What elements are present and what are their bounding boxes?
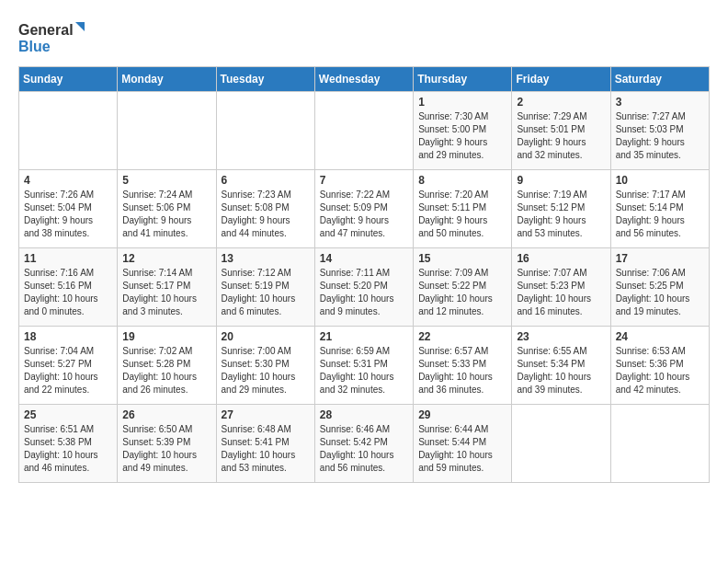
calendar-cell: 29Sunrise: 6:44 AM Sunset: 5:44 PM Dayli… xyxy=(414,405,512,483)
week-row-2: 11Sunrise: 7:16 AM Sunset: 5:16 PM Dayli… xyxy=(19,248,710,327)
day-number: 20 xyxy=(222,330,310,343)
day-info: Sunrise: 7:27 AM Sunset: 5:03 PM Dayligh… xyxy=(616,110,704,162)
day-info: Sunrise: 7:30 AM Sunset: 5:00 PM Dayligh… xyxy=(418,110,506,162)
day-info: Sunrise: 7:22 AM Sunset: 5:09 PM Dayligh… xyxy=(320,189,408,240)
calendar-cell xyxy=(512,405,610,483)
day-info: Sunrise: 7:20 AM Sunset: 5:11 PM Dayligh… xyxy=(418,189,506,240)
day-info: Sunrise: 6:57 AM Sunset: 5:33 PM Dayligh… xyxy=(418,345,506,396)
calendar-cell: 16Sunrise: 7:07 AM Sunset: 5:23 PM Dayli… xyxy=(512,248,610,327)
day-number: 7 xyxy=(320,174,408,187)
calendar-cell: 15Sunrise: 7:09 AM Sunset: 5:22 PM Dayli… xyxy=(414,248,512,327)
svg-text:General: General xyxy=(18,22,74,38)
calendar-cell: 23Sunrise: 6:55 AM Sunset: 5:34 PM Dayli… xyxy=(512,327,610,405)
day-header-thursday: Thursday xyxy=(414,67,512,92)
calendar-cell: 1Sunrise: 7:30 AM Sunset: 5:00 PM Daylig… xyxy=(414,92,512,170)
calendar-cell xyxy=(19,92,118,170)
day-number: 27 xyxy=(222,408,310,421)
day-number: 25 xyxy=(24,408,112,421)
day-number: 14 xyxy=(320,252,408,265)
day-header-saturday: Saturday xyxy=(610,67,709,92)
day-number: 5 xyxy=(122,174,210,187)
day-header-monday: Monday xyxy=(118,67,216,92)
day-info: Sunrise: 6:59 AM Sunset: 5:31 PM Dayligh… xyxy=(320,345,408,396)
week-row-1: 4Sunrise: 7:26 AM Sunset: 5:04 PM Daylig… xyxy=(19,170,710,248)
calendar-cell: 28Sunrise: 6:46 AM Sunset: 5:42 PM Dayli… xyxy=(314,405,413,483)
day-number: 22 xyxy=(418,330,506,343)
day-info: Sunrise: 7:19 AM Sunset: 5:12 PM Dayligh… xyxy=(517,189,605,240)
day-info: Sunrise: 6:48 AM Sunset: 5:41 PM Dayligh… xyxy=(222,423,310,475)
calendar-body: 1Sunrise: 7:30 AM Sunset: 5:00 PM Daylig… xyxy=(19,92,710,483)
day-info: Sunrise: 6:53 AM Sunset: 5:36 PM Dayligh… xyxy=(616,345,704,396)
day-number: 13 xyxy=(222,252,310,265)
calendar-cell: 11Sunrise: 7:16 AM Sunset: 5:16 PM Dayli… xyxy=(19,248,118,327)
day-number: 4 xyxy=(24,174,112,187)
week-row-0: 1Sunrise: 7:30 AM Sunset: 5:00 PM Daylig… xyxy=(19,92,710,170)
svg-marker-2 xyxy=(75,22,85,31)
calendar-cell: 18Sunrise: 7:04 AM Sunset: 5:27 PM Dayli… xyxy=(19,327,118,405)
day-info: Sunrise: 6:50 AM Sunset: 5:39 PM Dayligh… xyxy=(122,423,210,475)
day-info: Sunrise: 7:23 AM Sunset: 5:08 PM Dayligh… xyxy=(222,189,310,240)
calendar-cell: 10Sunrise: 7:17 AM Sunset: 5:14 PM Dayli… xyxy=(610,170,709,248)
day-number: 28 xyxy=(320,408,408,421)
logo: GeneralBlue xyxy=(18,18,92,57)
calendar-cell: 2Sunrise: 7:29 AM Sunset: 5:01 PM Daylig… xyxy=(512,92,610,170)
day-info: Sunrise: 7:07 AM Sunset: 5:23 PM Dayligh… xyxy=(517,267,605,318)
day-info: Sunrise: 7:02 AM Sunset: 5:28 PM Dayligh… xyxy=(122,345,210,396)
day-info: Sunrise: 7:14 AM Sunset: 5:17 PM Dayligh… xyxy=(122,267,210,318)
day-info: Sunrise: 7:17 AM Sunset: 5:14 PM Dayligh… xyxy=(616,189,704,240)
day-number: 11 xyxy=(24,252,112,265)
day-number: 26 xyxy=(122,408,210,421)
day-info: Sunrise: 7:06 AM Sunset: 5:25 PM Dayligh… xyxy=(616,267,704,318)
calendar-cell: 24Sunrise: 6:53 AM Sunset: 5:36 PM Dayli… xyxy=(610,327,709,405)
header-row: SundayMondayTuesdayWednesdayThursdayFrid… xyxy=(19,67,710,92)
day-info: Sunrise: 6:55 AM Sunset: 5:34 PM Dayligh… xyxy=(517,345,605,396)
calendar-cell: 27Sunrise: 6:48 AM Sunset: 5:41 PM Dayli… xyxy=(216,405,314,483)
day-info: Sunrise: 6:44 AM Sunset: 5:44 PM Dayligh… xyxy=(418,423,506,475)
day-info: Sunrise: 7:04 AM Sunset: 5:27 PM Dayligh… xyxy=(24,345,112,396)
day-info: Sunrise: 7:29 AM Sunset: 5:01 PM Dayligh… xyxy=(517,110,605,162)
day-number: 8 xyxy=(418,174,506,187)
calendar-cell xyxy=(118,92,216,170)
day-number: 23 xyxy=(517,330,605,343)
calendar-cell: 7Sunrise: 7:22 AM Sunset: 5:09 PM Daylig… xyxy=(314,170,413,248)
logo-svg: GeneralBlue xyxy=(18,18,92,57)
day-number: 6 xyxy=(222,174,310,187)
day-number: 2 xyxy=(517,96,605,109)
week-row-4: 25Sunrise: 6:51 AM Sunset: 5:38 PM Dayli… xyxy=(19,405,710,483)
calendar-cell: 8Sunrise: 7:20 AM Sunset: 5:11 PM Daylig… xyxy=(414,170,512,248)
day-header-sunday: Sunday xyxy=(19,67,118,92)
calendar-cell: 25Sunrise: 6:51 AM Sunset: 5:38 PM Dayli… xyxy=(19,405,118,483)
calendar-cell: 3Sunrise: 7:27 AM Sunset: 5:03 PM Daylig… xyxy=(610,92,709,170)
day-number: 21 xyxy=(320,330,408,343)
calendar-cell: 13Sunrise: 7:12 AM Sunset: 5:19 PM Dayli… xyxy=(216,248,314,327)
day-number: 24 xyxy=(616,330,704,343)
day-number: 3 xyxy=(616,96,704,109)
calendar-table: SundayMondayTuesdayWednesdayThursdayFrid… xyxy=(18,66,710,483)
day-info: Sunrise: 7:11 AM Sunset: 5:20 PM Dayligh… xyxy=(320,267,408,318)
day-number: 9 xyxy=(517,174,605,187)
day-number: 15 xyxy=(418,252,506,265)
calendar-cell: 26Sunrise: 6:50 AM Sunset: 5:39 PM Dayli… xyxy=(118,405,216,483)
day-info: Sunrise: 6:46 AM Sunset: 5:42 PM Dayligh… xyxy=(320,423,408,475)
calendar-cell: 19Sunrise: 7:02 AM Sunset: 5:28 PM Dayli… xyxy=(118,327,216,405)
day-info: Sunrise: 7:24 AM Sunset: 5:06 PM Dayligh… xyxy=(122,189,210,240)
day-number: 12 xyxy=(122,252,210,265)
calendar-cell: 4Sunrise: 7:26 AM Sunset: 5:04 PM Daylig… xyxy=(19,170,118,248)
calendar-cell: 9Sunrise: 7:19 AM Sunset: 5:12 PM Daylig… xyxy=(512,170,610,248)
calendar-cell xyxy=(610,405,709,483)
day-info: Sunrise: 7:00 AM Sunset: 5:30 PM Dayligh… xyxy=(222,345,310,396)
day-header-tuesday: Tuesday xyxy=(216,67,314,92)
week-row-3: 18Sunrise: 7:04 AM Sunset: 5:27 PM Dayli… xyxy=(19,327,710,405)
svg-text:Blue: Blue xyxy=(18,39,51,54)
calendar-cell: 14Sunrise: 7:11 AM Sunset: 5:20 PM Dayli… xyxy=(314,248,413,327)
day-number: 17 xyxy=(616,252,704,265)
day-number: 16 xyxy=(517,252,605,265)
calendar-cell xyxy=(216,92,314,170)
calendar-cell: 5Sunrise: 7:24 AM Sunset: 5:06 PM Daylig… xyxy=(118,170,216,248)
day-number: 29 xyxy=(418,408,506,421)
day-number: 18 xyxy=(24,330,112,343)
calendar-cell: 12Sunrise: 7:14 AM Sunset: 5:17 PM Dayli… xyxy=(118,248,216,327)
day-info: Sunrise: 7:09 AM Sunset: 5:22 PM Dayligh… xyxy=(418,267,506,318)
day-number: 10 xyxy=(616,174,704,187)
day-info: Sunrise: 6:51 AM Sunset: 5:38 PM Dayligh… xyxy=(24,423,112,475)
